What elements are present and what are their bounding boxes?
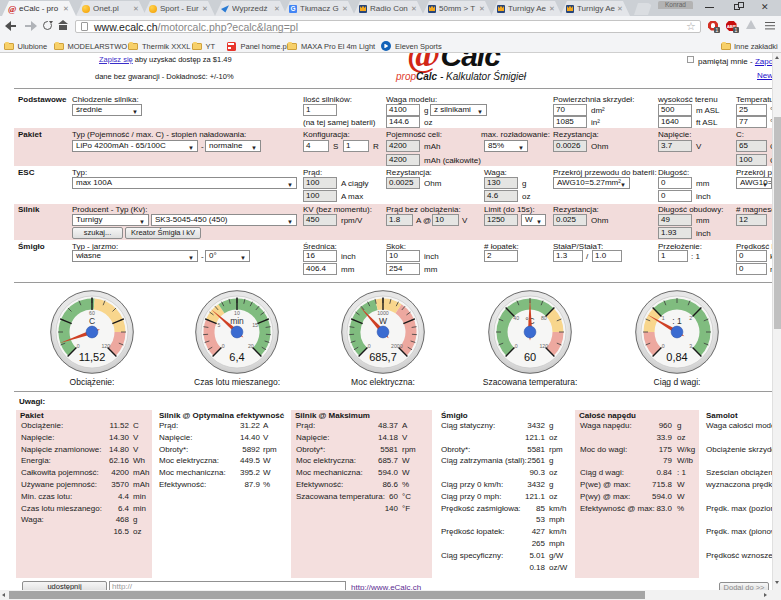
svg-text:0,84: 0,84	[666, 351, 687, 363]
svg-text:40: 40	[513, 315, 519, 321]
svg-text:60: 60	[89, 310, 95, 316]
svg-text:685,7: 685,7	[369, 351, 397, 363]
svg-text:120: 120	[101, 343, 110, 349]
svg-text:1: 1	[662, 315, 665, 321]
svg-text:3: 3	[689, 343, 692, 349]
svg-text:0: 0	[368, 343, 371, 349]
svg-text:20: 20	[248, 343, 254, 349]
svg-text:15: 15	[252, 322, 258, 328]
svg-text:10: 10	[234, 310, 240, 316]
svg-text:5: 5	[218, 322, 221, 328]
svg-text:80: 80	[541, 315, 547, 321]
svg-text:2000: 2000	[391, 343, 403, 349]
svg-text:2: 2	[689, 315, 692, 321]
svg-text:0: 0	[515, 343, 518, 349]
svg-text:0: 0	[77, 343, 80, 349]
svg-text:W: W	[379, 316, 387, 326]
svg-text:1000: 1000	[377, 310, 389, 316]
svg-text:6,4: 6,4	[229, 351, 244, 363]
svg-text:min: min	[230, 316, 244, 326]
svg-text:120: 120	[539, 343, 548, 349]
svg-text:C: C	[89, 316, 95, 326]
svg-text:0: 0	[222, 343, 225, 349]
svg-text:: 1: : 1	[672, 316, 682, 326]
svg-text:11,52: 11,52	[79, 351, 106, 363]
svg-text:60: 60	[524, 351, 536, 363]
svg-text:0: 0	[662, 343, 665, 349]
